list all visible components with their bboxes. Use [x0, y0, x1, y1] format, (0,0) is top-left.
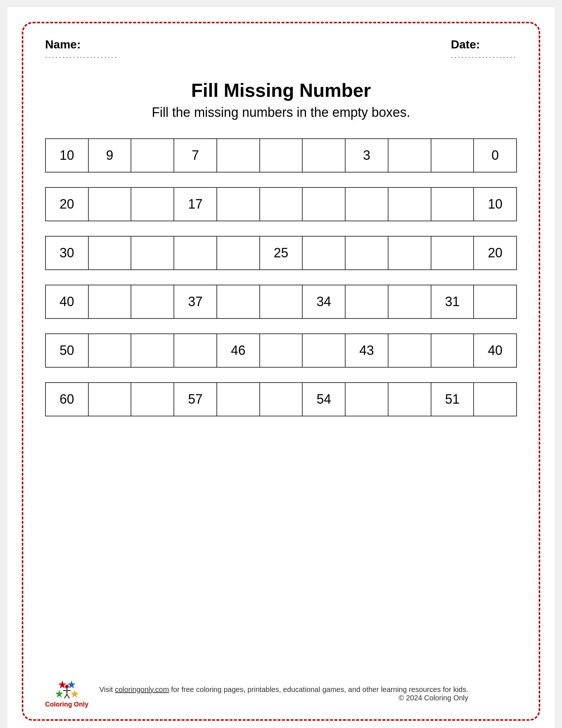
cell-5-10	[431, 334, 474, 367]
cell-3-11: 20	[474, 237, 516, 269]
cell-3-9	[388, 237, 431, 269]
cell-3-3	[131, 237, 174, 269]
cell-2-11: 10	[474, 188, 516, 221]
site-link[interactable]: coloringonly.com	[115, 685, 169, 693]
cell-4-6	[260, 285, 303, 318]
svg-marker-1	[67, 680, 75, 688]
number-row-6: 60575451	[45, 382, 517, 416]
cell-1-11: 0	[474, 139, 516, 172]
cell-2-8	[346, 188, 388, 221]
cell-3-4	[174, 237, 217, 269]
cell-1-3	[131, 139, 174, 172]
svg-line-8	[67, 694, 69, 698]
cell-6-7: 54	[303, 383, 346, 416]
cell-5-3	[131, 334, 174, 367]
cell-5-2	[89, 334, 132, 367]
cell-3-5	[217, 237, 260, 269]
svg-line-7	[64, 694, 67, 698]
footer-visit-text: Visit coloringonly.com for free coloring…	[99, 685, 468, 694]
cell-2-1: 20	[46, 188, 89, 221]
name-section: Name: ·····················	[45, 38, 118, 61]
cell-3-7	[303, 237, 346, 269]
cell-4-1: 40	[46, 285, 89, 318]
cell-2-10	[431, 188, 474, 221]
cell-1-9	[388, 139, 431, 172]
cell-6-10: 51	[431, 383, 474, 416]
number-row-1: 109730	[45, 138, 517, 173]
cell-4-10: 31	[431, 285, 474, 318]
rows-container: 1097302017103025204037343150464340605754…	[45, 138, 517, 657]
cell-6-1: 60	[46, 383, 89, 416]
cell-2-3	[131, 188, 174, 221]
cell-2-2	[89, 188, 132, 221]
cell-3-2	[89, 237, 132, 269]
cell-2-7	[303, 188, 346, 221]
cell-5-8: 43	[346, 334, 388, 367]
number-row-2: 201710	[45, 187, 517, 221]
cell-4-11	[474, 285, 516, 318]
cell-1-7	[303, 139, 346, 172]
cell-6-2	[89, 383, 132, 416]
cell-5-6	[260, 334, 303, 367]
svg-marker-2	[56, 690, 63, 698]
cell-3-1: 30	[46, 237, 89, 269]
cell-2-5	[217, 188, 260, 221]
cell-6-3	[131, 383, 174, 416]
cell-4-3	[131, 285, 174, 318]
cell-6-4: 57	[174, 383, 217, 416]
cell-5-11: 40	[474, 334, 516, 367]
number-row-3: 302520	[45, 236, 517, 270]
footer: Coloring Only Visit coloringonly.com for…	[45, 672, 517, 708]
cell-1-4: 7	[174, 139, 217, 172]
date-label: Date:	[451, 38, 517, 51]
cell-3-10	[431, 237, 474, 269]
name-dots: ·····················	[45, 53, 118, 61]
svg-marker-0	[58, 680, 66, 688]
cell-5-1: 50	[46, 334, 89, 367]
cell-5-9	[388, 334, 431, 367]
cell-1-10	[431, 139, 474, 172]
date-section: Date: ···················	[451, 38, 517, 61]
main-border: Name: ····················· Date: ······…	[22, 22, 540, 721]
cell-6-6	[260, 383, 303, 416]
number-row-5: 50464340	[45, 333, 517, 368]
cell-1-5	[217, 139, 260, 172]
cell-4-4: 37	[174, 285, 217, 318]
cell-1-6	[260, 139, 303, 172]
logo-text: Coloring Only	[45, 701, 88, 708]
cell-4-7: 34	[303, 285, 346, 318]
svg-point-4	[65, 685, 68, 688]
copyright-text: © 2024 Coloring Only	[399, 694, 469, 702]
cell-6-9	[388, 383, 431, 416]
svg-marker-3	[71, 690, 78, 698]
cell-2-6	[260, 188, 303, 221]
page-title: Fill Missing Number	[45, 79, 517, 101]
cell-4-8	[346, 285, 388, 318]
cell-1-1: 10	[46, 139, 89, 172]
number-row-4: 40373431	[45, 285, 517, 319]
cell-4-5	[217, 285, 260, 318]
footer-right: Visit coloringonly.com for free coloring…	[99, 685, 468, 702]
logo-area: Coloring Only	[45, 679, 88, 708]
cell-6-8	[346, 383, 388, 416]
date-dots: ···················	[451, 53, 517, 61]
cell-3-8	[346, 237, 388, 269]
page: Name: ····················· Date: ······…	[7, 7, 555, 728]
cell-1-2: 9	[89, 139, 132, 172]
cell-4-2	[89, 285, 132, 318]
cell-5-7	[303, 334, 346, 367]
page-subtitle: Fill the missing numbers in the empty bo…	[45, 105, 517, 120]
cell-2-4: 17	[174, 188, 217, 221]
cell-5-4	[174, 334, 217, 367]
coloring-only-logo-icon	[56, 679, 78, 699]
cell-5-5: 46	[217, 334, 260, 367]
name-label: Name:	[45, 38, 118, 51]
cell-4-9	[388, 285, 431, 318]
cell-2-9	[388, 188, 431, 221]
cell-6-5	[217, 383, 260, 416]
cell-6-11	[474, 383, 516, 416]
header-row: Name: ····················· Date: ······…	[45, 38, 517, 61]
cell-3-6: 25	[260, 237, 303, 269]
cell-1-8: 3	[346, 139, 388, 172]
